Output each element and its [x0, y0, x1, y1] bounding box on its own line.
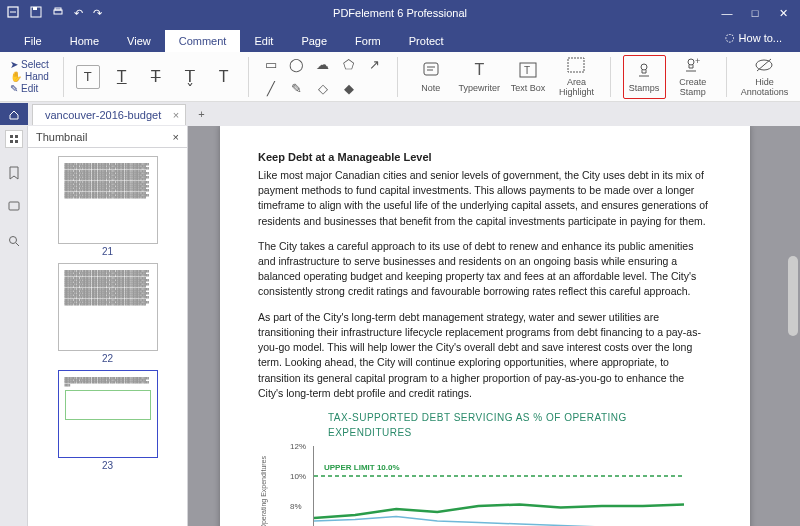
svg-line-20 [16, 243, 19, 246]
menu-edit[interactable]: Edit [240, 30, 287, 52]
thumbnails-rail-icon[interactable] [5, 130, 23, 148]
document-tab[interactable]: vancouver-2016-budget × [32, 104, 186, 125]
document-tabbar: vancouver-2016-budget × + [0, 102, 800, 126]
side-rail [0, 126, 28, 526]
chart-tick: 8% [290, 501, 302, 513]
eraser2-shape-icon[interactable]: ◆ [339, 79, 359, 99]
page-view[interactable]: Keep Debt at a Manageable Level Like mos… [188, 126, 800, 526]
upper-limit-label: UPPER LIMIT 10.0% [324, 462, 400, 474]
undo-icon[interactable]: ↶ [74, 7, 83, 20]
svg-point-10 [688, 59, 694, 65]
minimize-button[interactable]: — [714, 3, 740, 23]
note-button[interactable]: Note [409, 55, 452, 99]
svg-rect-14 [10, 135, 13, 138]
create-stamp-button[interactable]: + Create Stamp [672, 55, 715, 99]
svg-rect-8 [568, 58, 584, 72]
thumbnail-page[interactable]: ████████ ████ ██████ ████ ████████ ████ … [53, 370, 163, 471]
highlight-tool[interactable]: T [76, 65, 100, 89]
hide-annotations-button[interactable]: Hide Annotations [739, 55, 790, 99]
underline-tool[interactable]: T [110, 65, 134, 89]
create-stamp-icon: + [683, 55, 703, 75]
save-icon[interactable] [30, 6, 42, 20]
doc-paragraph: The City takes a careful approach to its… [258, 239, 712, 300]
menu-home[interactable]: Home [56, 30, 113, 52]
squiggly-tool[interactable]: T [212, 65, 236, 89]
chart-title: TAX-SUPPORTED DEBT SERVICING AS % OF OPE… [328, 411, 712, 440]
edit-tool[interactable]: ✎Edit [10, 83, 51, 94]
titlebar: ↶ ↷ PDFelement 6 Professional — □ ✕ [0, 0, 800, 26]
area-highlight-button[interactable]: Area Highlight [555, 55, 598, 99]
svg-rect-4 [55, 8, 61, 10]
line-shape-icon[interactable]: ╱ [261, 79, 281, 99]
svg-rect-15 [15, 135, 18, 138]
app-logo-icon [6, 5, 20, 21]
polygon-shape-icon[interactable]: ⬠ [339, 55, 359, 75]
oval-shape-icon[interactable]: ◯ [287, 55, 307, 75]
svg-text:T: T [524, 65, 530, 76]
chart-ylabel: % of Operating Expenditures [259, 456, 269, 526]
hide-icon [754, 55, 774, 75]
stamp-icon [634, 60, 654, 80]
ribbon: ➤Select ✋Hand ✎Edit T T T T̬ T ▭ ◯ ☁ ⬠ ↗… [0, 52, 800, 102]
chart: % of Operating Expenditures 6%8%10%12% U… [313, 446, 683, 526]
strikeout-tool[interactable]: T [144, 65, 168, 89]
stamps-button[interactable]: Stamps [623, 55, 666, 99]
search-rail-icon[interactable] [5, 232, 23, 250]
caret-tool[interactable]: T̬ [178, 65, 202, 89]
tab-close-icon[interactable]: × [173, 109, 179, 121]
doc-paragraph: Like most major Canadian cities and seni… [258, 168, 712, 229]
menu-view[interactable]: View [113, 30, 165, 52]
hand-icon: ✋ [10, 71, 22, 82]
thumbnail-header: Thumbnail × [28, 126, 187, 148]
rect-shape-icon[interactable]: ▭ [261, 55, 281, 75]
select-tool[interactable]: ➤Select [10, 59, 51, 70]
bookmark-rail-icon[interactable] [5, 164, 23, 182]
chart-svg [314, 446, 684, 526]
area-highlight-icon [566, 55, 586, 75]
arrow-shape-icon[interactable]: ↗ [365, 55, 385, 75]
menubar: FileHomeViewCommentEditPageFormProtect ◌… [0, 26, 800, 52]
close-button[interactable]: ✕ [770, 3, 796, 23]
textbox-button[interactable]: T Text Box [507, 55, 550, 99]
thumbnail-panel: Thumbnail × ████████ ████ ██████ ████ ██… [28, 126, 188, 526]
shape-tools: ▭ ◯ ☁ ⬠ ↗ ╱ ✎ ◇ ◆ [261, 55, 385, 99]
location-icon: ◌ [725, 31, 735, 44]
chart-tick: 12% [290, 441, 306, 453]
comments-rail-icon[interactable] [5, 198, 23, 216]
pencil-shape-icon[interactable]: ✎ [287, 79, 307, 99]
thumbnail-page[interactable]: ████████ ████ ██████ ████ ████████ ████ … [53, 156, 163, 257]
eraser-shape-icon[interactable]: ◇ [313, 79, 333, 99]
print-icon[interactable] [52, 6, 64, 20]
document-tab-label: vancouver-2016-budget [45, 109, 161, 121]
thumbnail-number: 21 [102, 246, 113, 257]
svg-rect-17 [15, 140, 18, 143]
typewriter-button[interactable]: T Typewriter [458, 55, 501, 99]
menu-protect[interactable]: Protect [395, 30, 458, 52]
new-tab-button[interactable]: + [192, 106, 210, 122]
thumbnail-number: 23 [102, 460, 113, 471]
menu-file[interactable]: File [10, 30, 56, 52]
home-tab-button[interactable] [0, 103, 28, 125]
pencil-icon: ✎ [10, 83, 18, 94]
menu-form[interactable]: Form [341, 30, 395, 52]
thumbnail-page[interactable]: ████████ ████ ██████ ████ ████████ ████ … [53, 263, 163, 364]
svg-point-9 [641, 64, 647, 70]
doc-heading: Keep Debt at a Manageable Level [258, 150, 712, 166]
svg-rect-16 [10, 140, 13, 143]
how-to-link[interactable]: ◌ How to... [725, 31, 782, 44]
menu-page[interactable]: Page [287, 30, 341, 52]
thumbnail-list[interactable]: ████████ ████ ██████ ████ ████████ ████ … [28, 148, 187, 526]
text-annotate-group: T T T T̬ T [76, 65, 236, 89]
panel-close-icon[interactable]: × [173, 131, 179, 143]
hand-tool[interactable]: ✋Hand [10, 71, 51, 82]
menu-comment[interactable]: Comment [165, 30, 241, 52]
svg-point-19 [9, 237, 16, 244]
pointer-tools: ➤Select ✋Hand ✎Edit [10, 59, 51, 94]
vertical-scrollbar[interactable] [788, 256, 798, 336]
cloud-shape-icon[interactable]: ☁ [313, 55, 333, 75]
chart-tick: 10% [290, 471, 306, 483]
typewriter-icon: T [469, 60, 489, 80]
textbox-icon: T [518, 60, 538, 80]
maximize-button[interactable]: □ [742, 3, 768, 23]
redo-icon[interactable]: ↷ [93, 7, 102, 20]
